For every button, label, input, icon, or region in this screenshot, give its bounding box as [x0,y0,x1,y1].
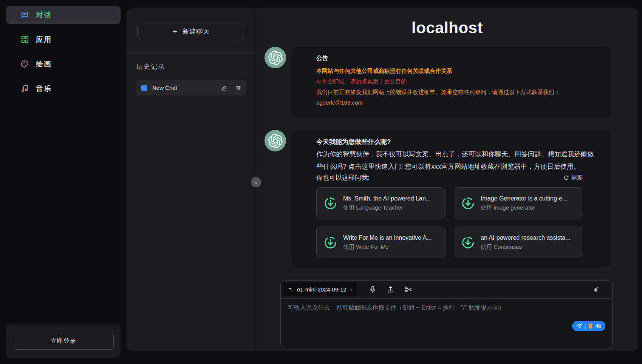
sidebar-item-label: 应用 [36,35,52,45]
message-row: 公告 本网站与任何其他公司或商标没有任何关联或合作关系 AI也会犯错。请勿将其用… [265,47,611,117]
microphone-icon [369,285,377,293]
openai-logo-icon [268,51,283,65]
sidebar: 对话 应用 [0,0,127,364]
ask-row: 你也可以这样问我: 刷新 [316,173,583,182]
model-label: o1-mini-2024-09-12 [297,286,347,293]
sidebar-item-label: 音乐 [36,84,52,94]
sidebar-item-label: 绘画 [36,59,52,69]
content-shell: + 新建聊天 历史记录 New Chat [127,8,638,351]
grid-icon [20,35,29,44]
announcement-line: AI也会犯错。请勿将其用于重要目的 [316,76,597,87]
upload-icon [387,285,394,293]
assistant-avatar [265,47,286,68]
refresh-icon [563,175,569,180]
announcement-heading: 公告 [316,54,597,62]
suggestion-subtitle: 使用 image generator [481,204,567,211]
sidebar-nav: 对话 应用 [6,6,121,104]
openai-logo-icon [268,134,283,148]
download-circle-icon [461,236,475,250]
suggestion-subtitle: 使用 Write For Me [343,244,432,251]
composer-toolbar: o1-mini-2024-09-12 › [281,281,612,299]
app-root: 对话 应用 [0,0,642,364]
ask-label: 你也可以这样问我: [316,173,370,182]
suggestion-title: Image Generator is a cutting-e... [481,195,567,202]
message-input[interactable] [281,299,612,348]
sidebar-item-music[interactable]: 音乐 [6,80,121,97]
scissors-button[interactable] [404,285,412,293]
assistant-message-welcome: 今天我能为您做些什么呢? 作为你的智慧伙伴，我不仅可以写文案、出点子，还可以和你… [292,130,611,267]
suggestion-card[interactable]: an AI-powered research assista... 使用 Con… [454,227,583,258]
download-circle-icon [323,196,337,210]
download-circle-icon [323,236,337,250]
announcement-line: 我们目前正在修复我们网站上的错误并改进细节。如果您有任何疑问，请通过以下方式联系… [316,87,597,97]
suggestion-subtitle: 使用 Language Teacher [343,204,431,211]
edit-icon[interactable] [221,85,227,91]
page-title: localhost [256,19,638,37]
paper-plane-icon [576,323,582,329]
composer: o1-mini-2024-09-12 › [280,280,613,348]
suggestion-card[interactable]: Ms. Smith, the AI-powered Lan... 使用 Lang… [316,187,446,219]
refresh-suggestions-button[interactable]: 刷新 [563,174,583,181]
upload-button[interactable] [387,285,394,293]
scissors-icon [404,285,412,293]
chat-list-header: + 新建聊天 [127,8,256,52]
announcement-line: 本网站与任何其他公司或商标没有任何关联或合作关系 [316,66,597,76]
sidebar-item-chat[interactable]: 对话 [6,6,121,24]
assistant-avatar [265,130,286,151]
model-selector[interactable]: o1-mini-2024-09-12 › [283,283,357,296]
suggestion-title: Ms. Smith, the AI-powered Lan... [343,195,431,202]
welcome-heading: 今天我能为您做些什么呢? [316,137,597,146]
download-circle-icon [461,196,475,210]
sparkle-icon [288,287,294,293]
chevron-right-icon: › [350,286,352,293]
token-coin-icon [588,323,592,329]
chat-list-panel: + 新建聊天 历史记录 New Chat [127,8,256,351]
chat-bubble-icon [20,11,29,19]
new-chat-label: 新建聊天 [183,27,210,36]
chat-main: localhost 公告 本网站与任何其他公司或商标没有任何关联或合作关系 AI… [256,8,638,351]
suggestion-subtitle: 使用 Consensus [481,244,570,251]
chat-list-item[interactable]: New Chat [136,80,246,96]
broom-icon [592,285,600,293]
plus-icon: + [173,28,178,35]
sidebar-item-drawing[interactable]: 绘画 [6,55,121,73]
palette-icon [20,60,29,68]
collapse-panel-button[interactable]: ‹ [251,177,261,187]
suggestion-card[interactable]: Write For Me is an innovative A... 使用 Wr… [316,227,446,258]
chat-item-title: New Chat [152,85,216,91]
contact-email: ageerle@163.com [316,97,597,108]
suggestion-title: Write For Me is an innovative A... [343,234,432,241]
history-section: 历史记录 New Chat [127,52,256,96]
chat-color-swatch [141,85,147,91]
token-count: 4k [595,323,601,329]
history-title: 历史记录 [136,62,246,71]
delete-icon[interactable] [235,85,241,91]
message-row: 今天我能为您做些什么呢? 作为你的智慧伙伴，我不仅可以写文案、出点子，还可以和你… [265,130,611,267]
sidebar-item-label: 对话 [36,10,52,20]
composer-body: | 4k [281,299,612,348]
music-note-icon [20,84,29,93]
login-card: 立即登录 [6,324,121,358]
send-button[interactable]: | 4k [572,321,605,331]
send-divider: | [585,323,586,329]
sidebar-item-apps[interactable]: 应用 [6,31,121,48]
login-button[interactable]: 立即登录 [13,333,114,350]
clear-context-button[interactable] [592,285,600,293]
microphone-button[interactable] [369,285,377,293]
suggestion-grid: Ms. Smith, the AI-powered Lan... 使用 Lang… [316,187,597,258]
suggestion-title: an AI-powered research assista... [481,234,570,241]
new-chat-button[interactable]: + 新建聊天 [137,23,245,40]
assistant-message-announcement: 公告 本网站与任何其他公司或商标没有任何关联或合作关系 AI也会犯错。请勿将其用… [292,47,611,117]
welcome-body: 作为你的智慧伙伴，我不仅可以写文案、出点子，还可以和你聊天、回答问题。想知道我还… [316,148,597,173]
suggestion-card[interactable]: Image Generator is a cutting-e... 使用 ima… [454,187,583,219]
